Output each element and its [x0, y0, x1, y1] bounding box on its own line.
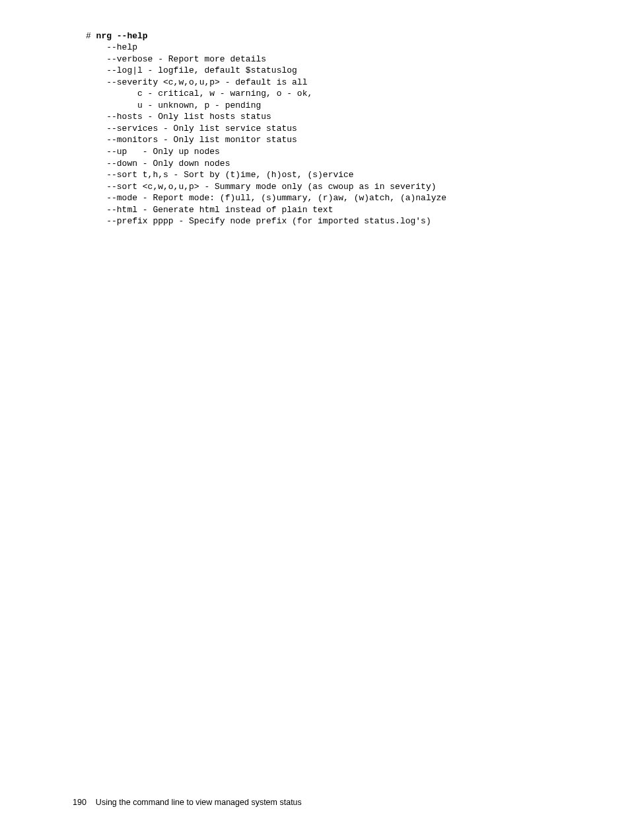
help-line: --html - Generate html instead of plain … — [86, 205, 333, 215]
help-line: --prefix pppp - Specify node prefix (for… — [86, 216, 431, 226]
footer-title: Using the command line to view managed s… — [96, 798, 302, 807]
help-line: --mode - Report mode: (f)ull, (s)ummary,… — [86, 193, 446, 203]
help-line: --severity <c,w,o,u,p> - default is all — [86, 77, 307, 87]
help-line: u - unknown, p - pending — [86, 100, 261, 110]
help-line: c - critical, w - warning, o - ok, — [86, 89, 312, 98]
help-line: --sort t,h,s - Sort by (t)ime, (h)ost, (… — [86, 170, 354, 180]
command-text: nrg --help — [96, 31, 148, 41]
help-output-block: # nrg --help --help --verbose - Report m… — [86, 19, 446, 227]
shell-prompt: # — [86, 31, 96, 41]
help-line: --hosts - Only list hosts status — [86, 112, 271, 122]
help-line: --services - Only list service status — [86, 124, 297, 134]
help-line: --help — [86, 42, 137, 52]
page-footer: 190Using the command line to view manage… — [73, 797, 302, 808]
help-line: --verbose - Report more details — [86, 54, 266, 64]
help-line: --sort <c,w,o,u,p> - Summary mode only (… — [86, 182, 437, 192]
help-line: --monitors - Only list monitor status — [86, 135, 297, 145]
page-number: 190 — [73, 798, 87, 807]
help-line: --down - Only down nodes — [86, 159, 230, 169]
help-line: --up - Only up nodes — [86, 147, 220, 157]
help-line: --log|l - logfile, default $statuslog — [86, 65, 297, 75]
